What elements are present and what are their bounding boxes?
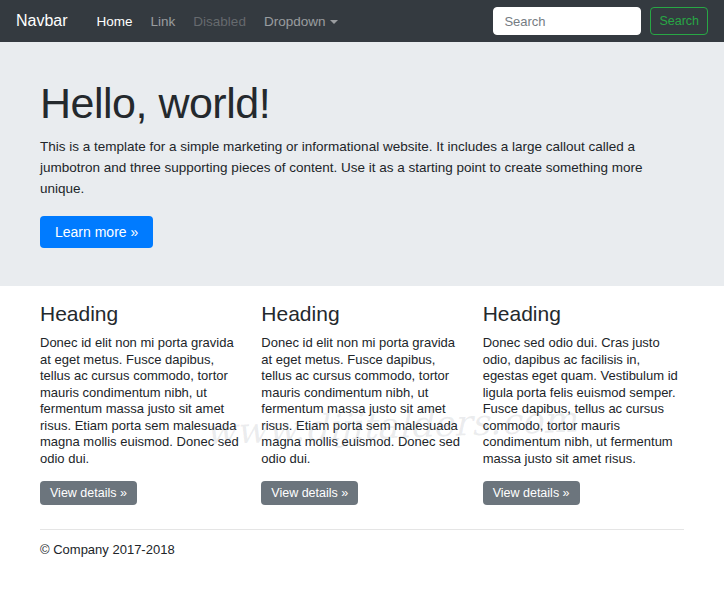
nav-item-link[interactable]: Link	[142, 10, 185, 33]
nav-item-dropdown[interactable]: Dropdown	[255, 10, 348, 33]
navbar-nav: Home Link Disabled Dropdown	[88, 10, 494, 33]
column-heading: Heading	[261, 302, 462, 326]
navbar-brand[interactable]: Navbar	[16, 12, 68, 30]
nav-item-home[interactable]: Home	[88, 10, 142, 33]
footer-copyright: © Company 2017-2018	[40, 542, 684, 557]
nav-item-disabled: Disabled	[184, 10, 255, 33]
caret-down-icon	[330, 20, 338, 24]
column-heading: Heading	[40, 302, 241, 326]
jumbotron-text: This is a template for a simple marketin…	[40, 137, 684, 200]
footer: © Company 2017-2018	[0, 529, 724, 557]
navbar: Navbar Home Link Disabled Dropdown Searc…	[0, 0, 724, 42]
jumbotron: Hello, world! This is a template for a s…	[0, 42, 724, 286]
column-3: Heading Donec sed odio dui. Cras justo o…	[483, 302, 684, 505]
nav-item-dropdown-label: Dropdown	[264, 14, 326, 29]
view-details-button-3[interactable]: View details »	[483, 481, 580, 505]
column-heading: Heading	[483, 302, 684, 326]
learn-more-button[interactable]: Learn more »	[40, 216, 153, 248]
view-details-button-1[interactable]: View details »	[40, 481, 137, 505]
footer-divider	[40, 529, 684, 530]
column-2: Heading Donec id elit non mi porta gravi…	[261, 302, 462, 505]
view-details-button-2[interactable]: View details »	[261, 481, 358, 505]
jumbotron-heading: Hello, world!	[40, 80, 684, 127]
search-form: Search	[493, 7, 708, 35]
search-button[interactable]: Search	[650, 7, 708, 35]
column-text: Donec sed odio dui. Cras justo odio, dap…	[483, 335, 684, 467]
content-columns: Heading Donec id elit non mi porta gravi…	[0, 302, 724, 505]
search-input[interactable]	[493, 7, 641, 35]
column-1: Heading Donec id elit non mi porta gravi…	[40, 302, 241, 505]
column-text: Donec id elit non mi porta gravida at eg…	[40, 335, 241, 467]
column-text: Donec id elit non mi porta gravida at eg…	[261, 335, 462, 467]
